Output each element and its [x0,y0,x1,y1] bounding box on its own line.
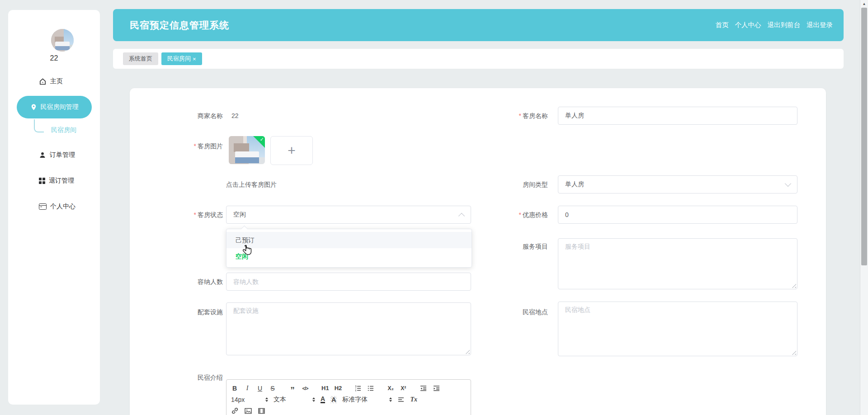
strikethrough-button[interactable]: S [269,383,276,393]
room-status-value[interactable] [226,206,471,224]
sidebar: 22 主页 民宿房间管理 民宿房间 订单管理 退订管理 个人中心 [8,10,100,405]
heading1-button[interactable]: H1 [321,383,329,393]
check-icon: ✓ [260,137,264,142]
tab-bar: 系统首页 民宿房间 × [113,49,844,69]
font-size-picker[interactable]: 14px [231,396,268,403]
image-icon[interactable] [244,407,252,415]
dropdown-option-booked[interactable]: 己预订 [226,232,472,248]
font-family-picker[interactable]: 标准字体 [342,396,392,404]
sidebar-item-orders[interactable]: 订单管理 [39,151,75,159]
editor-toolbar-row3 [231,405,466,415]
upload-hint: 点击上传客房图片 [226,181,277,189]
sidebar-item-home[interactable]: 主页 [39,77,63,85]
discount-price-label: *优惠价格 [480,211,548,219]
bold-button[interactable]: B [231,383,238,393]
grid-icon [39,178,45,184]
nav-link-logout[interactable]: 退出登录 [807,21,833,29]
page-title: 民宿预定信息管理系统 [130,19,229,32]
highlight-color-button[interactable]: A [330,396,337,403]
user-icon [39,151,46,159]
home-icon [39,78,47,85]
clear-format-button[interactable]: Tx [410,395,417,405]
scroll-up-button[interactable]: ▲ [860,0,868,8]
sidebar-item-label: 个人中心 [50,203,75,211]
tab-label: 民宿房间 [167,55,191,63]
facilities-label: 配套设施 [155,308,223,316]
merchant-name-label: 商家名称 [155,112,223,120]
dropdown-option-vacant[interactable]: 空闲 [226,248,472,264]
underline-button[interactable]: U [256,383,264,393]
text-color-button[interactable]: A [321,396,325,403]
blockquote-button[interactable]: ” [289,382,296,395]
updown-arrows-icon [265,397,268,402]
page-scrollbar[interactable]: ▲ [860,0,868,415]
room-type-select[interactable] [558,175,797,193]
facilities-textarea[interactable] [226,302,471,355]
username: 22 [8,54,100,62]
room-type-value[interactable] [558,175,797,193]
room-status-label: *客房状态 [155,211,223,219]
nav-link-home[interactable]: 首页 [716,21,729,29]
app-root: 22 主页 民宿房间管理 民宿房间 订单管理 退订管理 个人中心 民宿预定信息管… [0,0,868,415]
indent-icon[interactable] [433,385,440,392]
merchant-name-value: 22 [231,112,239,119]
room-image-label: *客房图片 [155,142,223,151]
tab-close-icon[interactable]: × [193,56,196,62]
service-items-textarea[interactable] [558,238,797,289]
avatar[interactable] [51,29,74,52]
nav-link-exit-to-front[interactable]: 退出到前台 [768,21,801,29]
image-upload-button[interactable]: + [270,136,313,165]
updown-arrows-icon [312,397,315,402]
sidebar-subitem-room[interactable]: 民宿房间 [51,126,76,134]
submenu-connector [34,119,44,132]
video-icon[interactable] [258,407,265,415]
scrollbar-thumb[interactable] [861,8,867,265]
room-status-dropdown: 己预订 空闲 [226,229,472,268]
header: 民宿预定信息管理系统 首页 个人中心 退出到前台 退出登录 [113,9,844,41]
sidebar-item-label: 订单管理 [50,151,75,159]
plus-icon: + [288,143,296,158]
sidebar-item-label: 退订管理 [49,177,74,185]
room-status-select[interactable] [226,206,471,224]
bullet-list-icon[interactable] [367,385,374,392]
sidebar-item-room-management[interactable]: 民宿房间管理 [17,96,92,118]
capacity-label: 容纳人数 [155,278,223,286]
outdent-icon[interactable] [420,385,427,392]
card-icon [39,203,47,210]
editor-toolbar-row1: B I U S ” </> H1 H2 X₂ X² [231,382,466,394]
header-nav: 首页 个人中心 退出到前台 退出登录 [716,21,833,29]
ordered-list-icon[interactable] [354,385,362,392]
room-type-label: 房间类型 [480,181,548,189]
nav-link-profile[interactable]: 个人中心 [735,21,761,29]
room-image-thumbnail[interactable]: ✓ [229,136,265,164]
sidebar-item-profile[interactable]: 个人中心 [39,203,75,211]
discount-price-input[interactable] [558,206,797,224]
capacity-input[interactable] [226,273,471,291]
align-icon[interactable] [397,396,405,403]
tab-room[interactable]: 民宿房间 × [161,52,202,65]
sidebar-item-label: 主页 [50,77,63,85]
intro-label: 民宿介绍 [155,374,223,382]
sidebar-item-label: 民宿房间管理 [41,103,79,111]
room-name-input[interactable] [558,107,797,125]
service-items-label: 服务项目 [480,243,548,251]
editor-toolbar-row2: 14px 文本 A A 标准字体 Tx [231,394,466,405]
location-pin-icon [30,104,37,111]
subscript-button[interactable]: X₂ [387,383,394,393]
updown-arrows-icon [389,397,392,402]
heading2-button[interactable]: H2 [335,383,342,393]
sidebar-item-unsubscribe[interactable]: 退订管理 [39,177,74,185]
location-textarea[interactable] [558,302,797,356]
link-icon[interactable] [231,407,239,415]
italic-button[interactable]: I [244,383,251,393]
location-label: 民宿地点 [480,308,548,316]
room-name-label: *客房名称 [480,112,548,120]
superscript-button[interactable]: X² [400,383,407,393]
header-picker[interactable]: 文本 [274,396,315,404]
tab-system-home[interactable]: 系统首页 [123,52,158,65]
code-button[interactable]: </> [302,383,309,393]
rich-text-editor: B I U S ” </> H1 H2 X₂ X² 14px 文本 A A 标准… [226,379,471,415]
